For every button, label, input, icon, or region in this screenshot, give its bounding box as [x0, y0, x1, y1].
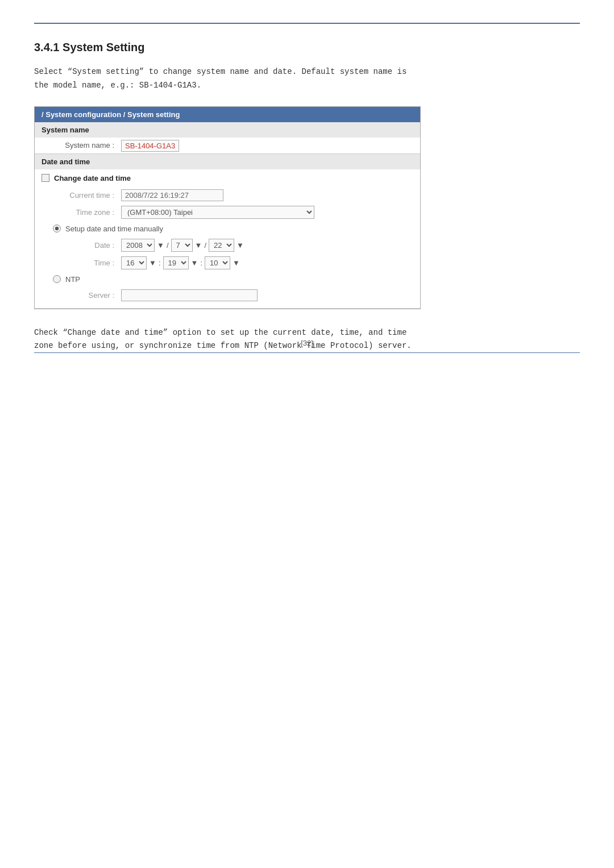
system-name-section: System name System name : SB-1404-G1A3 [35, 122, 420, 154]
time-selects: 16 ▼ : 19 ▼ : 10 ▼ [121, 256, 240, 269]
system-name-label: System name : [42, 141, 121, 149]
system-name-row: System name : SB-1404-G1A3 [35, 138, 420, 153]
server-input[interactable] [121, 289, 258, 301]
system-name-title: System name [35, 122, 420, 138]
page-number: [32] [0, 339, 614, 347]
section-title: 3.4.1 System Setting [34, 41, 580, 54]
config-panel: / System configuration / System setting … [34, 106, 421, 309]
date-sep1: ▼ [157, 241, 164, 250]
server-label: Server : [53, 291, 121, 300]
server-row: Server : [42, 287, 413, 304]
date-row: Date : 2008 ▼ / 7 ▼ / 2 [42, 236, 413, 254]
timezone-select[interactable]: (GMT+08:00) Taipei [121, 206, 314, 219]
date-time-content: Change date and time Current time : Time… [35, 169, 420, 308]
page-number-text: [32] [301, 339, 313, 347]
timezone-row: Time zone : (GMT+08:00) Taipei [42, 203, 413, 221]
date-slash2: / [204, 241, 206, 250]
year-select[interactable]: 2008 [121, 239, 155, 252]
date-label: Date : [53, 241, 121, 250]
minute-select[interactable]: 19 [163, 256, 189, 269]
time-row: Time : 16 ▼ : 19 ▼ : 10 [42, 254, 413, 272]
top-rule [34, 23, 580, 24]
hour-select[interactable]: 16 [121, 256, 147, 269]
server-label-text: Server : [88, 291, 114, 300]
intro-line2: the model name, e.g.: SB-1404-G1A3. [34, 81, 201, 90]
date-sep3: ▼ [237, 241, 244, 250]
time-sep2: ▼ [191, 259, 198, 267]
current-time-label: Current time : [53, 191, 121, 200]
date-slash1: / [167, 241, 169, 250]
footer-line1: Check “Change date and time” option to s… [34, 328, 406, 337]
timezone-label-text: Time zone : [76, 208, 114, 217]
setup-manually-radio-row: Setup date and time manually [42, 221, 413, 236]
system-name-value: SB-1404-G1A3 [121, 141, 413, 150]
time-label: Time : [53, 259, 121, 267]
date-selects: 2008 ▼ / 7 ▼ / 22 ▼ [121, 239, 244, 252]
timezone-label: Time zone : [53, 208, 121, 217]
panel-header-text: / System configuration / System setting [42, 110, 180, 119]
current-time-input[interactable] [121, 189, 223, 201]
time-colon1: : [159, 259, 161, 267]
time-sep3: ▼ [233, 259, 240, 267]
change-date-checkbox[interactable] [42, 174, 49, 182]
setup-manually-radio[interactable] [53, 225, 61, 232]
time-colon2: : [200, 259, 202, 267]
intro-text: Select “System setting” to change system… [34, 65, 580, 93]
current-time-row: Current time : [42, 187, 413, 203]
date-label-text: Date : [94, 241, 114, 250]
change-date-row: Change date and time [42, 174, 413, 182]
current-time-label-text: Current time : [69, 191, 114, 200]
time-sep1: ▼ [149, 259, 156, 267]
ntp-radio-row: NTP [42, 272, 413, 287]
setup-manually-label: Setup date and time manually [65, 225, 163, 233]
ntp-label: NTP [65, 275, 80, 284]
date-sep2: ▼ [195, 241, 202, 250]
bottom-rule [34, 352, 580, 353]
system-name-title-text: System name [42, 126, 89, 134]
system-name-label-text: System name : [65, 141, 114, 149]
day-select[interactable]: 22 [209, 239, 234, 252]
date-time-title-text: Date and time [42, 157, 90, 166]
system-name-input[interactable]: SB-1404-G1A3 [121, 140, 179, 152]
second-select[interactable]: 10 [205, 256, 230, 269]
intro-line1: Select “System setting” to change system… [34, 67, 406, 76]
month-select[interactable]: 7 [171, 239, 193, 252]
date-time-title: Date and time [35, 154, 420, 169]
time-label-text: Time : [94, 259, 114, 267]
date-time-section: Date and time Change date and time Curre… [35, 154, 420, 309]
ntp-radio[interactable] [53, 275, 61, 283]
change-date-label: Change date and time [54, 174, 131, 182]
panel-header: / System configuration / System setting [35, 107, 420, 122]
